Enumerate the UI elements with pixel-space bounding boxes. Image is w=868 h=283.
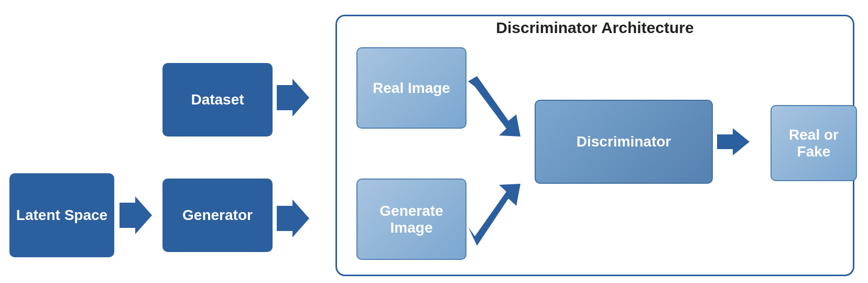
dataset-label: Dataset	[191, 91, 244, 108]
real-image-label: Real Image	[373, 80, 450, 97]
real-or-fake-label: Real or Fake	[772, 127, 856, 160]
generate-image-label: Generate Image	[357, 203, 465, 236]
discriminator-label: Discriminator	[577, 133, 671, 150]
generate-image-box: Generate Image	[356, 179, 466, 260]
real-image-box: Real Image	[356, 47, 466, 129]
discriminator-architecture-label: Discriminator Architecture	[335, 15, 854, 37]
latent-space-box: Latent Space	[9, 173, 114, 257]
real-or-fake-box: Real or Fake	[771, 105, 857, 181]
latent-space-label: Latent Space	[16, 207, 107, 224]
diagram-container: Discriminator Architecture Latent Space …	[0, 0, 868, 283]
discriminator-box: Discriminator	[535, 100, 713, 184]
dataset-box: Dataset	[162, 63, 273, 137]
arrow-generator-to-generateimage	[277, 200, 309, 237]
generator-box: Generator	[162, 179, 273, 252]
generator-label: Generator	[182, 207, 253, 224]
arrow-latent-to-generator	[120, 196, 152, 234]
arrow-dataset-to-realimage	[277, 79, 309, 117]
